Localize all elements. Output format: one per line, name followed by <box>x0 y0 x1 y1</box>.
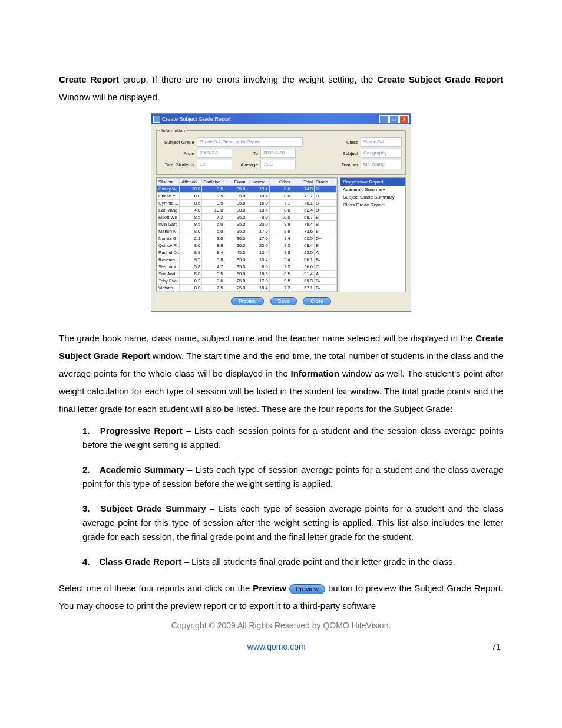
table-row[interactable]: Irvin Garc...9.56.035.020.08.979.4B <box>157 221 337 228</box>
intro-bold-1: Create Report <box>59 74 119 84</box>
report-type-item[interactable]: Progressive Report <box>340 178 405 186</box>
label-subject-grade: Subject Grade <box>160 140 194 145</box>
dialog-screenshot: Create Subject Grade Report – □ X Inform… <box>151 113 411 312</box>
table-row[interactable]: Chase Y...8.88.535.010.48.071.7B <box>157 193 337 200</box>
value-teacher: Mr. Young <box>361 160 402 169</box>
report-list-item: 2. Academic Summary – Lists each type of… <box>82 463 503 491</box>
table-row[interactable]: Stephani...5.84.735.08.62.556.6C <box>157 263 337 271</box>
label-average: Average <box>234 162 258 167</box>
table-row[interactable]: Norma G...2.13.030.017.08.460.5D+ <box>157 235 337 242</box>
table-row[interactable]: Victoria ...8.07.525.018.47.267.1B- <box>157 285 337 292</box>
paragraph-3: Select one of these four reports and cli… <box>59 579 503 615</box>
report-type-panel[interactable]: Progressive ReportAcademic SummarySubjec… <box>340 177 406 292</box>
information-legend: Information <box>160 128 186 133</box>
label-total-students: Total Students <box>160 162 194 167</box>
column-header[interactable]: Other <box>269 179 292 186</box>
table-row[interactable]: Rosema...9.55.835.010.45.466.1B- <box>157 256 337 263</box>
preview-button[interactable]: Preview <box>231 297 264 305</box>
copyright-line: Copyright © 2009 All Rights Reserved by … <box>59 621 503 630</box>
footer-url[interactable]: www.qomo.com <box>247 642 306 651</box>
label-teacher: Teacher <box>335 162 358 167</box>
label-to: To <box>234 151 258 156</box>
column-header[interactable]: Attenda... <box>180 179 202 186</box>
column-header[interactable]: Student <box>157 179 180 186</box>
label-subject: Subject <box>335 151 358 156</box>
app-icon <box>153 116 160 123</box>
information-fieldset: Information Subject Grade Grade 5-1 Geog… <box>156 128 406 175</box>
label-class: Class <box>335 140 358 145</box>
dialog-title: Create Subject Grade Report <box>162 116 231 122</box>
value-subject-grade: Grade 5-1 Geography Grade <box>197 137 303 147</box>
dialog-titlebar: Create Subject Grade Report – □ X <box>151 114 411 124</box>
value-total-students: 15 <box>197 160 232 169</box>
column-header[interactable]: Exam <box>224 179 247 186</box>
page-number: 71 <box>491 642 501 651</box>
column-header[interactable]: Grade <box>314 179 336 186</box>
table-row[interactable]: Elliott Will...8.57.235.08.010.068.7B- <box>157 214 337 221</box>
table-row[interactable]: Sue And...5.88.550.018.68.591.4A <box>157 271 337 278</box>
value-class: Grade 5-1 <box>361 137 402 147</box>
paragraph-2: The grade book name, class name, subject… <box>59 330 503 418</box>
minimize-button[interactable]: – <box>379 115 389 123</box>
table-row[interactable]: Rachel D...8.99.445.013.48.883.5A- <box>157 249 337 256</box>
close-button[interactable]: X <box>399 115 409 123</box>
table-row[interactable]: Quincy R...8.08.930.020.09.568.4B- <box>157 242 337 249</box>
label-from: From <box>160 151 194 156</box>
maximize-button[interactable]: □ <box>389 115 399 123</box>
intro-bold-2: Create Subject Grade Report <box>377 74 503 84</box>
report-list-item: 1. Progressive Report – Lists each sessi… <box>82 424 503 452</box>
report-list-item: 3. Subject Grade Summary – Lists each ty… <box>82 502 503 544</box>
preview-chip-icon: Preview <box>289 584 325 594</box>
student-grid[interactable]: StudentAttenda...Participa...ExamHomew..… <box>156 177 338 292</box>
report-type-item[interactable]: Academic Summary <box>340 186 405 193</box>
column-header[interactable]: Participa... <box>202 179 224 186</box>
save-button[interactable]: Save <box>270 297 297 305</box>
table-row[interactable]: Casey W...10.08.535.013.48.074.9B <box>157 186 337 193</box>
column-header[interactable]: Homew... <box>247 179 269 186</box>
intro-paragraph: Create Report group. If there are no err… <box>59 71 503 106</box>
value-average: 71.3 <box>260 160 296 169</box>
column-header[interactable]: Total <box>292 179 314 186</box>
close-dialog-button[interactable]: Close <box>303 297 331 305</box>
report-type-item[interactable]: Class Grade Report <box>340 201 405 209</box>
table-row[interactable]: Toby Eva...8.29.625.017.09.569.3B- <box>157 278 337 285</box>
table-row[interactable]: Earl Yang...4.010.030.010.48.062.4D+ <box>157 207 337 214</box>
reports-list: 1. Progressive Report – Lists each sessi… <box>82 424 503 569</box>
report-type-item[interactable]: Subject Grade Summary <box>340 193 405 201</box>
report-list-item: 4. Class Grade Report – Lists all studen… <box>82 555 503 569</box>
page-footer: www.qomo.com 71 <box>59 642 503 651</box>
value-subject: Geography <box>361 149 402 158</box>
value-to: 2009-6-30 <box>260 149 296 158</box>
table-row[interactable]: Marlon N...8.05.035.017.08.673.6B <box>157 228 337 235</box>
table-row[interactable]: Cynthia ...8.59.535.016.07.176.1B <box>157 200 337 207</box>
value-from: 2009-2-1 <box>197 149 232 158</box>
